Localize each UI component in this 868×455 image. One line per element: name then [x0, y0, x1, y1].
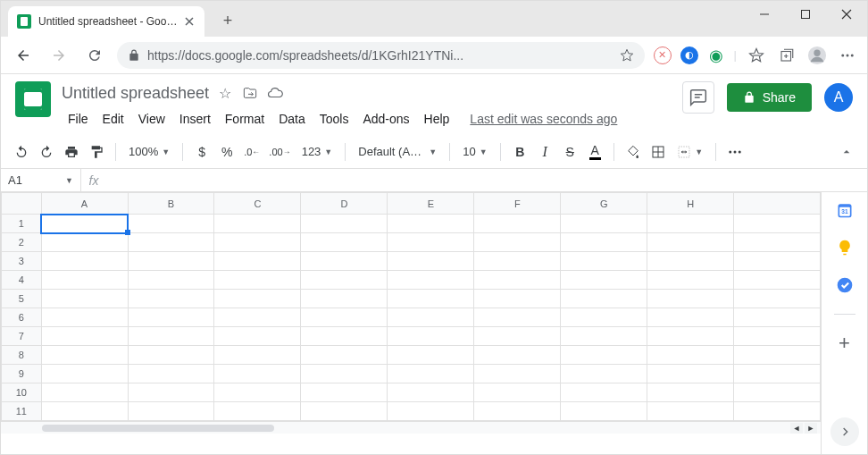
- row-header[interactable]: 8: [2, 346, 42, 365]
- extension-green-icon[interactable]: ◉: [707, 46, 725, 64]
- cell[interactable]: [647, 383, 734, 402]
- menu-data[interactable]: Data: [272, 108, 312, 130]
- row-header[interactable]: 11: [2, 402, 42, 421]
- favorite-icon[interactable]: [620, 48, 634, 63]
- cell[interactable]: [301, 233, 388, 252]
- cell[interactable]: [734, 252, 821, 271]
- cell[interactable]: [561, 252, 647, 271]
- strikethrough-button[interactable]: S: [558, 140, 581, 164]
- font-size-select[interactable]: 10▼: [457, 145, 493, 158]
- cell[interactable]: [561, 346, 647, 365]
- cell[interactable]: [301, 346, 388, 365]
- cell[interactable]: [647, 308, 734, 327]
- undo-button[interactable]: [10, 140, 33, 164]
- cell[interactable]: [474, 252, 561, 271]
- calendar-icon[interactable]: 31: [836, 201, 854, 219]
- url-box[interactable]: https://docs.google.com/spreadsheets/d/1…: [117, 42, 645, 69]
- new-tab-button[interactable]: +: [215, 8, 240, 33]
- cell[interactable]: [41, 271, 128, 290]
- cell[interactable]: [388, 233, 474, 252]
- cell[interactable]: [561, 215, 647, 233]
- cell[interactable]: [214, 233, 301, 252]
- cell[interactable]: [388, 383, 474, 402]
- cell[interactable]: [474, 346, 561, 365]
- row-header[interactable]: 6: [2, 308, 42, 327]
- horizontal-scrollbar[interactable]: ◄ ►: [1, 421, 821, 434]
- extension-adblock-icon[interactable]: ✕: [654, 46, 672, 64]
- cell[interactable]: [214, 383, 301, 402]
- name-box[interactable]: A1▼: [1, 169, 81, 191]
- cell[interactable]: [474, 383, 561, 402]
- favorites-button[interactable]: [746, 45, 767, 66]
- column-header[interactable]: E: [388, 193, 474, 215]
- cell[interactable]: [214, 252, 301, 271]
- reload-button[interactable]: [81, 42, 108, 69]
- maximize-button[interactable]: [785, 1, 826, 28]
- cell[interactable]: [128, 252, 214, 271]
- cell[interactable]: [647, 327, 734, 346]
- cell[interactable]: [41, 252, 128, 271]
- cell[interactable]: [734, 402, 821, 421]
- cell[interactable]: [128, 365, 214, 383]
- print-button[interactable]: [60, 140, 83, 164]
- cell[interactable]: [734, 346, 821, 365]
- cell[interactable]: [128, 402, 214, 421]
- menu-file[interactable]: File: [62, 108, 95, 130]
- cell[interactable]: [647, 215, 734, 233]
- cell[interactable]: [388, 327, 474, 346]
- cell[interactable]: [214, 327, 301, 346]
- zoom-select[interactable]: 100%▼: [123, 145, 175, 158]
- account-avatar[interactable]: A: [824, 83, 853, 112]
- select-all-corner[interactable]: [2, 193, 42, 215]
- cell[interactable]: [301, 365, 388, 383]
- bold-button[interactable]: B: [508, 140, 531, 164]
- italic-button[interactable]: I: [533, 140, 556, 164]
- column-header[interactable]: C: [214, 193, 301, 215]
- cell[interactable]: [388, 346, 474, 365]
- cell[interactable]: [388, 252, 474, 271]
- borders-button[interactable]: [647, 140, 670, 164]
- cell[interactable]: [301, 290, 388, 308]
- cell[interactable]: [128, 346, 214, 365]
- cell[interactable]: [734, 215, 821, 233]
- more-toolbar-button[interactable]: [723, 140, 747, 164]
- cell[interactable]: [301, 383, 388, 402]
- row-header[interactable]: 2: [2, 233, 42, 252]
- currency-button[interactable]: $: [190, 140, 213, 164]
- extension-blue-icon[interactable]: ◐: [680, 46, 698, 64]
- cell[interactable]: [734, 233, 821, 252]
- font-select[interactable]: Default (Ari...▼: [353, 145, 442, 158]
- cell[interactable]: [41, 365, 128, 383]
- cell[interactable]: [128, 215, 214, 233]
- column-header[interactable]: H: [647, 193, 734, 215]
- collapse-toolbar-button[interactable]: [835, 140, 858, 164]
- cell[interactable]: [41, 346, 128, 365]
- cell[interactable]: [734, 383, 821, 402]
- column-header[interactable]: G: [561, 193, 647, 215]
- cell[interactable]: [214, 271, 301, 290]
- cell[interactable]: [214, 290, 301, 308]
- menu-addons[interactable]: Add-ons: [356, 108, 415, 130]
- cell[interactable]: [128, 233, 214, 252]
- cell[interactable]: [388, 365, 474, 383]
- row-header[interactable]: 3: [2, 252, 42, 271]
- cell[interactable]: [561, 233, 647, 252]
- cell[interactable]: [561, 308, 647, 327]
- hide-sidepanel-button[interactable]: [830, 417, 859, 446]
- close-window-button[interactable]: [826, 1, 867, 28]
- cell[interactable]: [301, 402, 388, 421]
- row-header[interactable]: 5: [2, 290, 42, 308]
- scroll-left-button[interactable]: ◄: [790, 423, 803, 434]
- cell[interactable]: [474, 402, 561, 421]
- cell[interactable]: [474, 215, 561, 233]
- cell[interactable]: [388, 308, 474, 327]
- browser-menu-button[interactable]: [837, 45, 858, 66]
- cell[interactable]: [128, 383, 214, 402]
- row-header[interactable]: 4: [2, 271, 42, 290]
- merge-cells-button[interactable]: ▼: [672, 145, 708, 159]
- cell[interactable]: [474, 365, 561, 383]
- cell[interactable]: [474, 233, 561, 252]
- cell[interactable]: [214, 215, 301, 233]
- cell[interactable]: [301, 215, 388, 233]
- back-button[interactable]: [10, 42, 37, 69]
